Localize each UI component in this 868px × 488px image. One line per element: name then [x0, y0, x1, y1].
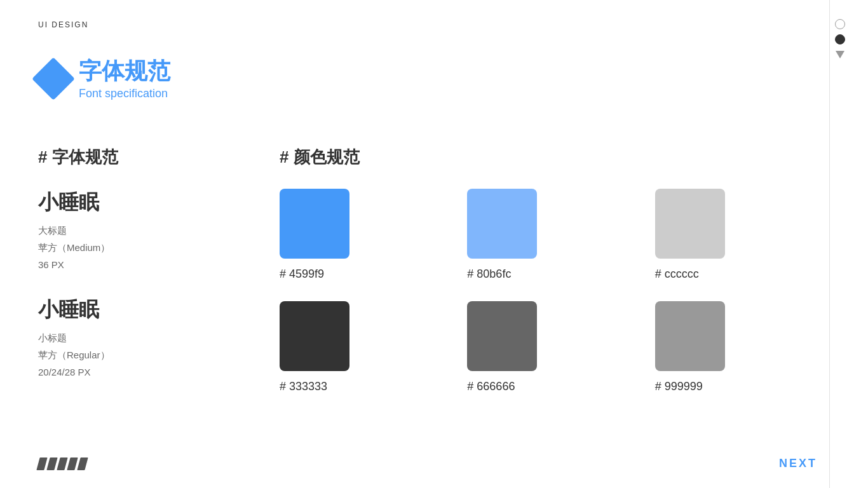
stripe-bar-3 — [57, 458, 67, 470]
color-item-5: # 999999 — [655, 301, 817, 393]
next-label[interactable]: NEXT — [779, 457, 817, 470]
font-section-heading: # 字体规范 — [38, 146, 241, 168]
color-swatch-1 — [467, 189, 537, 259]
stripe-bar-1 — [36, 458, 47, 470]
color-section: # 颜色规范 # 4599f9# 80b6fc# cccccc# 333333#… — [280, 146, 817, 403]
page-header: 字体规范 Font specification — [38, 57, 170, 100]
font-section: # 字体规范 小睡眠 大标题 苹方（Medium） 36 PX 小睡眠 小标题 … — [38, 146, 241, 403]
diamond-icon — [32, 57, 75, 100]
color-grid: # 4599f9# 80b6fc# cccccc# 333333# 666666… — [280, 189, 817, 393]
brand-label: UI DESIGN — [38, 20, 88, 29]
stripe-bar-5 — [77, 458, 88, 470]
right-divider — [829, 0, 830, 488]
font-subtitle-0: 大标题 — [38, 222, 241, 239]
page-title-zh: 字体规范 — [79, 57, 170, 85]
color-label-0: # 4599f9 — [280, 268, 324, 281]
font-subtitle-1: 小标题 — [38, 329, 241, 346]
color-label-5: # 999999 — [655, 380, 703, 393]
color-label-1: # 80b6fc — [467, 268, 511, 281]
nav-dots — [835, 19, 845, 58]
stripe-bar-4 — [67, 458, 78, 470]
main-content: # 字体规范 小睡眠 大标题 苹方（Medium） 36 PX 小睡眠 小标题 … — [38, 146, 817, 403]
color-item-3: # 333333 — [280, 301, 442, 393]
header-text: 字体规范 Font specification — [79, 57, 170, 100]
stripe-bar-2 — [46, 458, 57, 470]
color-swatch-3 — [280, 301, 349, 371]
color-swatch-0 — [280, 189, 349, 259]
color-swatch-5 — [655, 301, 725, 371]
stripe-icon — [38, 458, 86, 470]
color-item-0: # 4599f9 — [280, 189, 442, 281]
font-name-1: 小睡眠 — [38, 296, 241, 324]
font-item-0: 小睡眠 大标题 苹方（Medium） 36 PX — [38, 189, 241, 273]
bottom-left-decoration — [38, 458, 86, 470]
font-name-0: 小睡眠 — [38, 189, 241, 217]
font-size-0: 36 PX — [38, 256, 241, 273]
font-size-1: 20/24/28 PX — [38, 363, 241, 381]
color-label-2: # cccccc — [655, 268, 699, 281]
color-label-3: # 333333 — [280, 380, 327, 393]
font-item-1: 小睡眠 小标题 苹方（Regular） 20/24/28 PX — [38, 296, 241, 381]
nav-dot-arrow[interactable] — [836, 51, 844, 58]
color-swatch-2 — [655, 189, 725, 259]
nav-dot-2[interactable] — [835, 34, 845, 44]
nav-dot-1[interactable] — [835, 19, 845, 29]
font-type-1: 苹方（Regular） — [38, 346, 241, 363]
color-item-2: # cccccc — [655, 189, 817, 281]
color-section-heading: # 颜色规范 — [280, 146, 817, 168]
color-label-4: # 666666 — [467, 380, 515, 393]
color-swatch-4 — [467, 301, 537, 371]
page-title-en: Font specification — [79, 87, 170, 100]
color-item-4: # 666666 — [467, 301, 629, 393]
color-item-1: # 80b6fc — [467, 189, 629, 281]
font-type-0: 苹方（Medium） — [38, 239, 241, 256]
